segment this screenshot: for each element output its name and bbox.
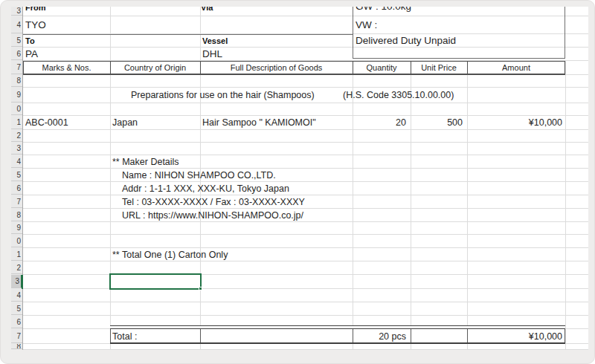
row-header[interactable]: 0 [11, 103, 22, 115]
row-header[interactable]: 8 [11, 209, 22, 221]
selected-row-header-marker [22, 275, 23, 289]
item-marks-cell[interactable]: ABC-0001 [25, 116, 68, 130]
grid-line [411, 61, 411, 350]
total-separator [110, 329, 111, 342]
row-header[interactable]: 6 [11, 182, 22, 195]
row-header[interactable]: 2 [11, 130, 22, 142]
maker-name-cell[interactable]: Name : NIHON SHAMPOO CO.,LTD. [122, 169, 276, 182]
row-header[interactable]: 9 [11, 88, 22, 103]
maker-telfax-cell[interactable]: Tel : 03-XXXX-XXXX / Fax : 03-XXXX-XXXY [122, 195, 305, 209]
row-header[interactable]: 9 [11, 222, 22, 234]
grid-line [23, 315, 588, 316]
row-header[interactable]: 3 [11, 7, 22, 16]
from-label-cell[interactable]: From [25, 7, 46, 13]
row-header[interactable]: 7 [11, 61, 22, 74]
row-header[interactable]: 1 [11, 248, 22, 261]
volume-weight-cell[interactable]: VW : [356, 16, 377, 34]
row-header[interactable]: 3 [11, 275, 22, 288]
column-header-marks[interactable]: Marks & Nos. [23, 61, 110, 75]
grid-line [23, 168, 588, 169]
grid-line [23, 155, 588, 155]
grid-line [23, 142, 588, 143]
shipping-box-bottom-border [353, 58, 565, 59]
grid-line [23, 247, 588, 248]
item-quantity-cell[interactable]: 20 [353, 116, 406, 130]
grid-line [353, 61, 353, 350]
grid-line [110, 7, 111, 350]
vessel-value-cell[interactable]: DHL [202, 48, 222, 61]
row-header[interactable]: 4 [11, 16, 22, 33]
grid-line [467, 61, 468, 350]
selected-cell[interactable] [109, 273, 202, 290]
grid-line [23, 349, 588, 350]
hs-code-cell[interactable]: (H.S. Code 3305.10.00.00) [343, 88, 454, 103]
row-header[interactable]: 5 [11, 169, 22, 181]
row-header[interactable]: 6 [11, 48, 22, 60]
total-label-cell[interactable]: Total : [112, 329, 137, 344]
grid-line [23, 261, 588, 261]
category-description-cell[interactable]: Preparations for use on the hair (Shampo… [131, 88, 315, 103]
row-header[interactable]: 8 [11, 75, 22, 87]
total-quantity-cell[interactable]: 20 pcs [353, 329, 406, 344]
row-header[interactable]: 7 [11, 329, 22, 343]
item-amount-cell[interactable]: ¥10,000 [467, 116, 562, 130]
delivery-terms-cell[interactable]: Delivered Duty Unpaid [356, 34, 456, 48]
column-header-origin[interactable]: Country of Origin [110, 61, 200, 75]
column-header-description[interactable]: Full Description of Goods [200, 61, 353, 75]
row-header[interactable]: 4 [11, 155, 22, 168]
grid-line [23, 195, 588, 195]
grid-line [23, 181, 588, 182]
grid-line [23, 47, 588, 48]
row-header[interactable]: 0 [11, 235, 22, 247]
column-header-amount[interactable]: Amount [467, 61, 565, 75]
shipping-box-left-border [353, 7, 353, 59]
row-header[interactable]: 7 [11, 195, 22, 208]
item-unit-price-cell[interactable]: 500 [411, 116, 463, 130]
total-separator [565, 329, 565, 342]
item-description-cell[interactable]: Hair Sampoo " KAMIOMOI" [202, 116, 316, 130]
maker-address-cell[interactable]: Addr : 1-1-1 XXX, XXX-KU, Tokyo Japan [122, 182, 289, 195]
vessel-label-cell[interactable]: Vessel [202, 34, 228, 48]
shipping-box-right-border [565, 7, 565, 59]
row-header[interactable]: 2 [11, 261, 22, 274]
grid-line [565, 61, 566, 350]
total-amount-cell[interactable]: ¥10,000 [467, 329, 562, 344]
fill-handle[interactable] [199, 287, 202, 290]
grid-line [23, 288, 588, 289]
carton-note-cell[interactable]: ** Total One (1) Carton Only [112, 248, 228, 261]
maker-title-cell[interactable]: ** Maker Details [112, 155, 179, 169]
grid-line [23, 208, 588, 209]
row-header[interactable]: 4 [11, 289, 22, 302]
border-under-from-row [23, 34, 353, 35]
row-header[interactable]: 8 [11, 344, 22, 349]
via-label-cell[interactable]: Via [201, 7, 213, 13]
row-header[interactable]: 6 [11, 316, 22, 328]
from-value-cell[interactable]: TYO [25, 16, 46, 34]
grid-line [23, 302, 588, 302]
column-header-unit-price[interactable]: Unit Price [411, 61, 467, 75]
total-separator [411, 329, 411, 342]
worksheet-area[interactable]: 34567890123456789012345678 From Via GW :… [11, 7, 588, 350]
row-header[interactable]: 3 [11, 143, 22, 155]
grid-line [23, 274, 588, 275]
to-value-cell[interactable]: PA [25, 48, 38, 61]
row-header[interactable]: 1 [11, 116, 22, 129]
to-label-cell[interactable]: To [25, 34, 35, 48]
item-origin-cell[interactable]: Japan [112, 116, 138, 130]
row-header[interactable]: 5 [11, 302, 22, 315]
total-separator [200, 329, 201, 342]
grid-line [23, 234, 588, 235]
gross-weight-cell[interactable]: GW : 10.0kg [356, 7, 411, 13]
grid-line [23, 221, 588, 222]
spreadsheet-window: 34567890123456789012345678 From Via GW :… [0, 0, 595, 364]
grid-line [23, 16, 588, 16]
row-header[interactable]: 5 [11, 34, 22, 47]
maker-url-cell[interactable]: URL : https://www.NIHON-SHAMPOO.co.jp/ [122, 209, 303, 222]
column-header-quantity[interactable]: Quantity [353, 61, 411, 75]
